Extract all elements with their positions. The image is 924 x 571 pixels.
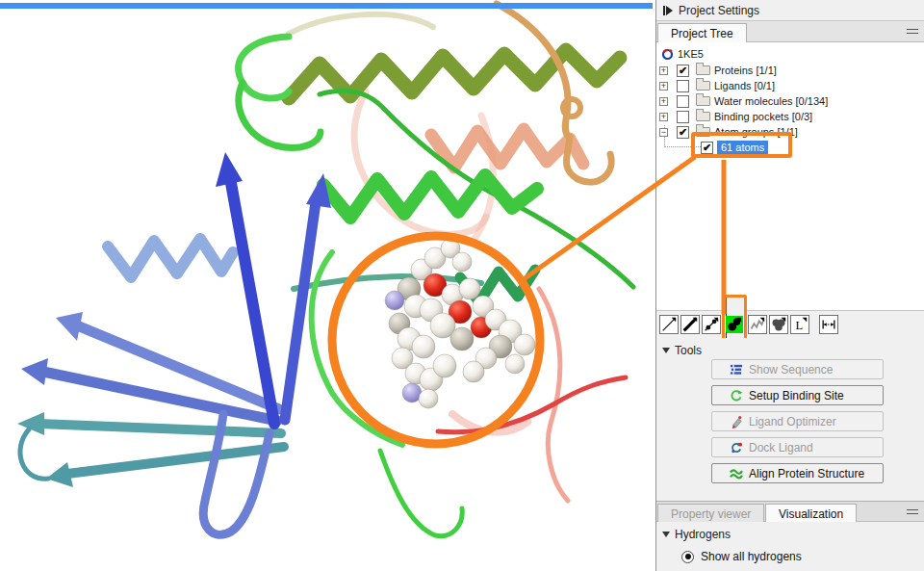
tree-root-row[interactable]: 1KE5 [656, 46, 704, 62]
tree-row-proteins[interactable]: + ✔ Proteins [1/1] [656, 63, 924, 78]
tree-item-label[interactable]: Water molecules [0/134] [714, 95, 828, 107]
radio-button-icon[interactable] [681, 551, 694, 563]
checkbox-61-atoms[interactable]: ✔ [701, 142, 713, 154]
hydrogens-section-header[interactable]: Hydrogens [656, 522, 924, 541]
stick-icon[interactable] [680, 315, 700, 334]
checkbox-atom-groups[interactable]: ✔ [677, 126, 689, 139]
dock-ligand-button[interactable]: Dock Ligand [711, 437, 884, 457]
tools-section: Tools Show Sequence Setup Bind [656, 338, 924, 501]
tree-item-label-selected[interactable]: 61 atoms [717, 141, 768, 154]
bottom-tab-row: Property viewer Visualization [656, 501, 924, 522]
application-window: Project Settings Project Tree 1KE5 + ✔ [0, 0, 924, 571]
project-tree: 1KE5 + ✔ Proteins [1/1] + Ligands [0/1] … [656, 42, 924, 310]
align-waves-icon [730, 467, 743, 480]
backbone-icon[interactable] [748, 315, 767, 334]
show-sequence-button[interactable]: Show Sequence [711, 359, 884, 379]
checkbox-ligands[interactable] [677, 80, 689, 92]
setup-binding-site-button[interactable]: Setup Binding Site [711, 385, 884, 405]
radio-show-all-hydrogens[interactable]: Show all hydrogens [681, 550, 924, 563]
align-protein-structure-button[interactable]: Align Protein Structure [711, 463, 884, 483]
expand-panel-icon[interactable] [663, 6, 673, 15]
viewer-focus-bar [0, 3, 653, 9]
dock-icon [730, 441, 743, 454]
tree-row-ligands[interactable]: + Ligands [0/1] [656, 78, 924, 93]
expander-icon[interactable]: + [659, 82, 668, 91]
expander-icon[interactable]: − [659, 128, 668, 137]
tree-item-label[interactable]: Atom groups [1/1] [714, 126, 798, 138]
tree-item-label[interactable]: Ligands [0/1] [714, 80, 775, 91]
tab-visualization[interactable]: Visualization [765, 504, 857, 523]
collapse-triangle-icon [662, 532, 670, 537]
pencil-icon [730, 415, 743, 428]
project-tree-tab-row: Project Tree [656, 21, 924, 42]
display-toolbar: L [656, 310, 924, 338]
panel-title: Project Settings [679, 4, 759, 17]
surface-icon[interactable] [769, 315, 788, 334]
binding-site-icon [730, 389, 743, 402]
tree-item-label[interactable]: Proteins [1/1] [714, 65, 777, 76]
wireframe-icon[interactable] [659, 315, 679, 334]
green-helix [323, 175, 537, 218]
label-icon[interactable]: L [790, 315, 809, 334]
expander-icon[interactable]: + [659, 97, 668, 106]
ligand-optimizer-button[interactable]: Ligand Optimizer [711, 411, 884, 431]
beta-sheet-fan [17, 152, 331, 534]
minimize-icon[interactable] [907, 29, 918, 34]
radio-label: Show all hydrogens [701, 550, 802, 563]
protein-cartoon-1KE5 [0, 0, 655, 571]
tab-property-viewer[interactable]: Property viewer [657, 504, 764, 523]
folder-icon [696, 96, 710, 106]
folder-icon [696, 112, 710, 121]
hydrogens-section: Hydrogens Show all hydrogens [656, 522, 924, 571]
folder-icon [696, 81, 710, 91]
expander-icon[interactable]: + [659, 113, 668, 121]
light-blue-helix [108, 239, 233, 277]
tree-item-label[interactable]: Binding pockets [0/3] [714, 111, 812, 122]
svg-text:L: L [796, 319, 804, 332]
tree-row-atom-groups[interactable]: − ✔ Atom groups [1/1] [656, 124, 924, 140]
folder-icon [696, 65, 710, 75]
checkbox-water[interactable] [677, 95, 689, 108]
minimize-icon[interactable] [907, 509, 918, 514]
measure-distance-icon[interactable] [819, 315, 838, 334]
tools-section-header[interactable]: Tools [656, 338, 924, 357]
tree-row-61-atoms[interactable]: ✔ 61 atoms [656, 140, 924, 155]
tree-root-label[interactable]: 1KE5 [678, 48, 704, 60]
ball-and-stick-icon[interactable] [702, 315, 721, 334]
checkbox-binding-pockets[interactable] [677, 111, 689, 123]
tree-row-water-molecules[interactable]: + Water molecules [0/134] [656, 93, 924, 109]
panel-header: Project Settings [656, 0, 924, 21]
molecule-icon [661, 48, 674, 61]
folder-icon [696, 127, 710, 137]
project-settings-panel: Project Settings Project Tree 1KE5 + ✔ [655, 0, 924, 571]
expander-icon[interactable]: + [659, 66, 668, 75]
tree-row-binding-pockets[interactable]: + Binding pockets [0/3] [656, 109, 924, 124]
molecule-viewer[interactable] [0, 0, 655, 571]
collapse-triangle-icon [662, 348, 670, 353]
checkbox-proteins[interactable]: ✔ [677, 65, 689, 77]
sequence-list-icon [730, 363, 743, 376]
tab-project-tree[interactable]: Project Tree [657, 23, 747, 42]
